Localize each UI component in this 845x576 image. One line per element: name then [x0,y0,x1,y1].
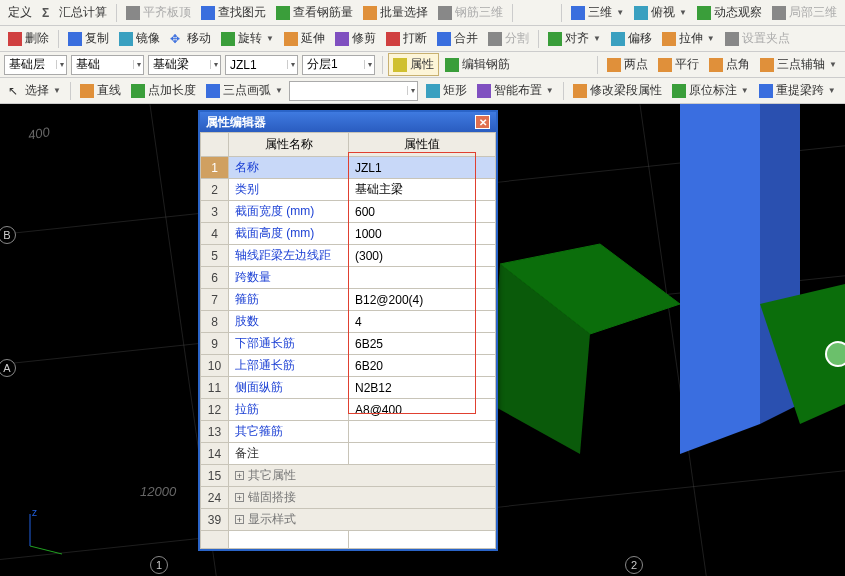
table-row-expand[interactable]: 39 +显示样式 [201,509,496,531]
copy-btn[interactable]: 复制 [64,28,113,49]
prop-name-cell[interactable]: 类别 [229,179,349,201]
threept-btn[interactable]: 三点辅轴▼ [756,54,841,75]
pt-addlen-btn[interactable]: 点加长度 [127,80,200,101]
prop-name-cell[interactable]: 名称 [229,157,349,179]
align-btn[interactable]: 对齐▼ [544,28,605,49]
flat-btn[interactable]: 平齐板顶 [122,2,195,23]
prop-value-cell[interactable] [349,443,496,465]
setgrip-btn[interactable]: 设置夹点 [721,28,794,49]
plus-icon[interactable]: + [235,493,244,502]
prop-name-cell[interactable]: 下部通长筋 [229,333,349,355]
prop-value-cell[interactable]: (300) [349,245,496,267]
prop-name-cell[interactable]: 轴线距梁左边线距 [229,245,349,267]
type-combo[interactable]: 基础梁▾ [148,55,221,75]
smart-arrange-btn[interactable]: 智能布置▼ [473,80,558,101]
trim-btn[interactable]: 修剪 [331,28,380,49]
layer-combo[interactable]: 基础层▾ [4,55,67,75]
prop-value-cell[interactable]: 600 [349,201,496,223]
sublayer-combo[interactable]: 分层1▾ [302,55,375,75]
move-btn[interactable]: ✥移动 [166,28,215,49]
prop-name-cell[interactable]: 拉筋 [229,399,349,421]
category-combo[interactable]: 基础▾ [71,55,144,75]
table-row[interactable]: 8 肢数 4 [201,311,496,333]
prop-name-cell[interactable]: 箍筋 [229,289,349,311]
plus-icon[interactable]: + [235,471,244,480]
edit-rebar-btn[interactable]: 编辑钢筋 [441,54,514,75]
close-icon[interactable]: ✕ [475,115,490,129]
expand-group[interactable]: +其它属性 [229,465,496,487]
table-row[interactable]: 2 类别 基础主梁 [201,179,496,201]
table-row[interactable]: 14 备注 [201,443,496,465]
prop-name-cell[interactable]: 上部通长筋 [229,355,349,377]
find-btn[interactable]: 查找图元 [197,2,270,23]
twopoint-btn[interactable]: 两点 [603,54,652,75]
ptangle-btn[interactable]: 点角 [705,54,754,75]
dyn-view-btn[interactable]: 动态观察 [693,2,766,23]
delete-btn[interactable]: 删除 [4,28,53,49]
prop-name-cell[interactable]: 备注 [229,443,349,465]
prop-value-cell[interactable]: 4 [349,311,496,333]
member-combo[interactable]: JZL1▾ [225,55,298,75]
view-rebar-btn[interactable]: 查看钢筋量 [272,2,357,23]
table-row[interactable]: 5 轴线距梁左边线距 (300) [201,245,496,267]
prop-value-cell[interactable]: JZL1 [349,157,496,179]
select-btn[interactable]: ↖选择▼ [4,80,65,101]
prop-value-cell[interactable]: N2B12 [349,377,496,399]
prop-name-cell[interactable]: 侧面纵筋 [229,377,349,399]
table-row[interactable]: 13 其它箍筋 [201,421,496,443]
rebar-3d-btn[interactable]: 钢筋三维 [434,2,507,23]
table-row[interactable]: 3 截面宽度 (mm) 600 [201,201,496,223]
local-3d-btn[interactable]: 局部三维 [768,2,841,23]
sum-btn[interactable]: Σ汇总计算 [38,2,111,23]
prop-value-cell[interactable]: A8@400 [349,399,496,421]
arc3pt-btn[interactable]: 三点画弧▼ [202,80,287,101]
table-row[interactable]: 12 拉筋 A8@400 [201,399,496,421]
prop-name-cell[interactable]: 截面高度 (mm) [229,223,349,245]
mod-span-btn[interactable]: 修改梁段属性 [569,80,666,101]
pos-mark-btn[interactable]: 原位标注▼ [668,80,753,101]
rotate-btn[interactable]: 旋转▼ [217,28,278,49]
expand-group[interactable]: +锚固搭接 [229,487,496,509]
merge-btn[interactable]: 合并 [433,28,482,49]
draw-combo[interactable]: ▾ [289,81,418,101]
overlook-btn[interactable]: 俯视▼ [630,2,691,23]
table-row-expand[interactable]: 15 +其它属性 [201,465,496,487]
prop-value-cell[interactable] [349,267,496,289]
stretch-btn[interactable]: 拉伸▼ [658,28,719,49]
prop-value-cell[interactable]: 基础主梁 [349,179,496,201]
table-row[interactable]: 11 侧面纵筋 N2B12 [201,377,496,399]
prop-value-cell[interactable]: 1000 [349,223,496,245]
prop-name-cell[interactable]: 跨数量 [229,267,349,289]
break-btn[interactable]: 打断 [382,28,431,49]
table-row[interactable]: 7 箍筋 B12@200(4) [201,289,496,311]
table-row-expand[interactable]: 24 +锚固搭接 [201,487,496,509]
batch-sel-btn[interactable]: 批量选择 [359,2,432,23]
prop-value-cell[interactable]: B12@200(4) [349,289,496,311]
expand-group[interactable]: +显示样式 [229,509,496,531]
prop-value-cell[interactable] [349,421,496,443]
split-btn[interactable]: 分割 [484,28,533,49]
table-row[interactable]: 4 截面高度 (mm) 1000 [201,223,496,245]
line-btn[interactable]: 直线 [76,80,125,101]
table-row[interactable]: 1 名称 JZL1 [201,157,496,179]
prop-value-cell[interactable]: 6B20 [349,355,496,377]
parallel-btn[interactable]: 平行 [654,54,703,75]
table-row[interactable]: 10 上部通长筋 6B20 [201,355,496,377]
property-editor-window[interactable]: 属性编辑器 ✕ 属性名称 属性值 1 名称 JZL12 类别 基础主梁3 截面宽… [198,110,498,551]
table-row[interactable]: 6 跨数量 [201,267,496,289]
extend-btn[interactable]: 延伸 [280,28,329,49]
prop-name-cell[interactable]: 肢数 [229,311,349,333]
prop-name-cell[interactable]: 其它箍筋 [229,421,349,443]
define-btn[interactable]: 定义 [4,2,36,23]
prop-name-cell[interactable]: 截面宽度 (mm) [229,201,349,223]
view-3d-btn[interactable]: 三维▼ [567,2,628,23]
redo-span-btn[interactable]: 重提梁跨▼ [755,80,840,101]
props-btn[interactable]: 属性 [388,53,439,76]
plus-icon[interactable]: + [235,515,244,524]
table-row[interactable]: 9 下部通长筋 6B25 [201,333,496,355]
offset-btn[interactable]: 偏移 [607,28,656,49]
propwin-titlebar[interactable]: 属性编辑器 ✕ [200,112,496,132]
prop-value-cell[interactable]: 6B25 [349,333,496,355]
rect-btn[interactable]: 矩形 [422,80,471,101]
mirror-btn[interactable]: 镜像 [115,28,164,49]
